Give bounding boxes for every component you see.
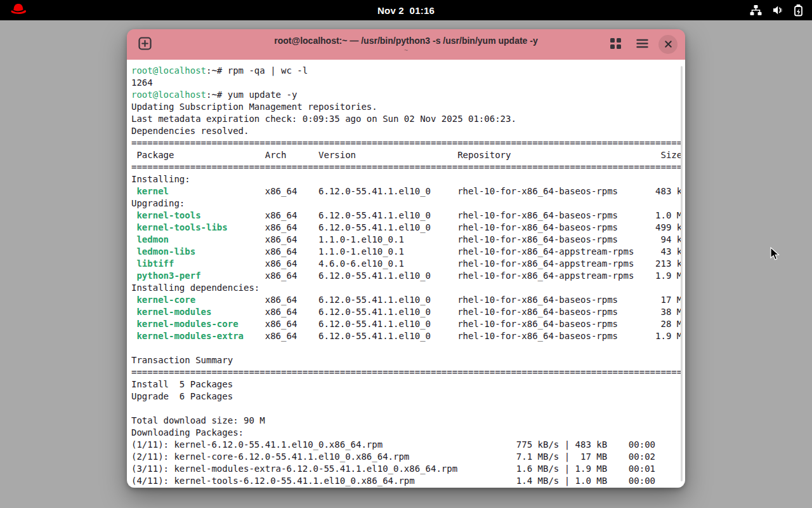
terminal-line: kernel-modules-core x86_64 6.12.0-55.41.…: [131, 318, 685, 330]
close-button[interactable]: [658, 35, 678, 54]
terminal-line: Last metadata expiration check: 0:09:35 …: [131, 113, 685, 125]
menu-button[interactable]: [632, 34, 652, 55]
terminal-line: (3/11): kernel-modules-extra-6.12.0-55.4…: [131, 463, 685, 475]
terminal-line: (1/11): kernel-6.12.0-55.41.1.el10_0.x86…: [131, 439, 685, 451]
redhat-logo-icon[interactable]: [9, 2, 28, 18]
terminal-line: ========================================…: [131, 137, 685, 149]
terminal-content[interactable]: root@localhost:~# rpm -qa | wc -l1264roo…: [127, 60, 685, 488]
terminal-line: Upgrade 6 Packages: [131, 391, 685, 403]
terminal-line: ========================================…: [131, 366, 685, 378]
top-panel: Nov 2 01:16: [0, 0, 812, 20]
battery-charging-icon: [794, 4, 803, 17]
terminal-line: kernel-modules x86_64 6.12.0-55.41.1.el1…: [131, 306, 685, 318]
terminal-line: [131, 403, 685, 415]
tab-overview-button[interactable]: [605, 34, 625, 55]
terminal-line: ledmon-libs x86_64 1.1.0-1.el10_0.1 rhel…: [131, 246, 685, 258]
volume-icon: [772, 5, 783, 15]
scrollbar[interactable]: [681, 66, 683, 481]
terminal-line: Installing:: [131, 173, 685, 185]
terminal-line: kernel x86_64 6.12.0-55.41.1.el10_0 rhel…: [131, 185, 685, 197]
window-titlebar[interactable]: root@localhost:~ — /usr/bin/python3 -s /…: [127, 29, 685, 60]
terminal-line: Transaction Summary: [131, 354, 685, 366]
terminal-line: Install 5 Packages: [131, 378, 685, 391]
terminal-line: ========================================…: [131, 161, 685, 173]
tab-grid-icon: [610, 38, 621, 51]
terminal-window: root@localhost:~ — /usr/bin/python3 -s /…: [127, 29, 685, 488]
clock[interactable]: Nov 2 01:16: [377, 5, 435, 16]
terminal-line: kernel-tools x86_64 6.12.0-55.41.1.el10_…: [131, 210, 685, 222]
terminal-output[interactable]: root@localhost:~# rpm -qa | wc -l1264roo…: [127, 60, 685, 487]
terminal-line: ledmon x86_64 1.1.0-1.el10_0.1 rhel-10-f…: [131, 234, 685, 246]
mouse-cursor: [770, 247, 783, 264]
system-tray[interactable]: [750, 4, 803, 17]
network-wired-icon: [750, 5, 762, 16]
terminal-line: python3-perf x86_64 6.12.0-55.41.1.el10_…: [131, 270, 685, 282]
close-icon: [665, 40, 672, 50]
terminal-line: [131, 342, 685, 354]
new-tab-icon: [138, 37, 152, 52]
terminal-line: root@localhost:~# rpm -qa | wc -l: [131, 65, 685, 77]
terminal-line: Downloading Packages:: [131, 427, 685, 439]
window-title: root@localhost:~ — /usr/bin/python3 -s /…: [274, 36, 537, 46]
terminal-line: root@localhost:~# yum update -y: [131, 89, 685, 101]
terminal-line: kernel-tools-libs x86_64 6.12.0-55.41.1.…: [131, 222, 685, 234]
hamburger-menu-icon: [636, 39, 648, 50]
terminal-line: Upgrading:: [131, 197, 685, 210]
terminal-line: Package Arch Version Repository Size: [131, 149, 685, 161]
terminal-line: (4/11): kernel-tools-6.12.0-55.41.1.el10…: [131, 475, 685, 487]
new-tab-button[interactable]: [134, 34, 155, 55]
window-subtitle: ~: [274, 46, 537, 54]
terminal-line: kernel-core x86_64 6.12.0-55.41.1.el10_0…: [131, 294, 685, 306]
terminal-line: Dependencies resolved.: [131, 125, 685, 137]
terminal-line: kernel-modules-extra x86_64 6.12.0-55.41…: [131, 330, 685, 342]
terminal-line: 1264: [131, 77, 685, 89]
terminal-line: Installing dependencies:: [131, 282, 685, 294]
terminal-line: (2/11): kernel-core-6.12.0-55.41.1.el10_…: [131, 451, 685, 463]
terminal-line: Updating Subscription Management reposit…: [131, 101, 685, 113]
terminal-line: Total download size: 90 M: [131, 415, 685, 427]
window-title-block: root@localhost:~ — /usr/bin/python3 -s /…: [274, 36, 537, 54]
terminal-line: libtiff x86_64 4.6.0-6.el10_0.1 rhel-10-…: [131, 258, 685, 270]
